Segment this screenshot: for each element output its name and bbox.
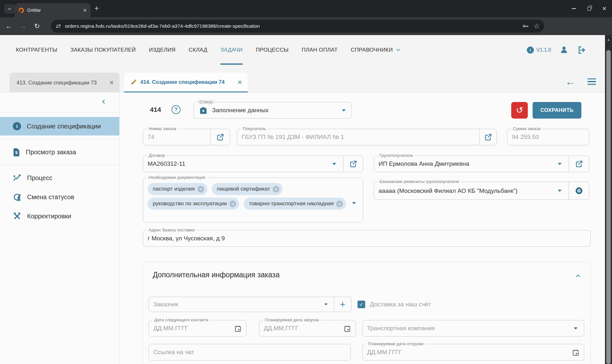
scrollbar-thumb[interactable] [606,50,611,364]
customer-select[interactable]: + [149,297,351,312]
close-icon[interactable]: × [238,78,242,87]
calendar-icon[interactable] [572,349,579,356]
field-label: Покупатель [241,126,268,131]
save-button[interactable]: СОХРАНИТЬ [533,102,581,119]
open-in-new-icon [216,133,225,141]
delivery-checkbox[interactable]: ✓ [358,301,365,308]
chat-link-field[interactable] [149,344,351,360]
calendar-icon[interactable] [343,325,351,332]
version-info[interactable]: i V1.1.0 [527,47,551,54]
nav-item-directories[interactable]: СПРАВОЧНИКИ [351,35,401,65]
chip-delete-icon[interactable]: × [336,200,343,207]
chip-delete-icon[interactable]: × [197,186,204,193]
section-title: Дополнительная информация заказа [153,271,280,279]
dropdown-caret-icon[interactable] [352,202,356,204]
application-window: ОлМаг × + × ← → ↻ orders.regina.fvds.ru/… [0,0,612,364]
back-arrow-icon[interactable]: ← [565,76,575,87]
dropdown-caret-icon[interactable] [332,163,336,165]
launch-date-input[interactable] [259,320,356,336]
launch-date-field[interactable]: Планируемая дата запуска [259,320,356,337]
collapse-section-button[interactable] [575,273,581,280]
sidebar-item-create-specification[interactable]: i Создание спецификации [0,117,119,135]
restore-icon [587,7,591,11]
chip-waybill[interactable]: товарно-транспортная накладная× [244,198,346,210]
chip-food-certificate[interactable]: пищевой сертификат× [212,183,283,195]
delivery-address-input[interactable] [143,230,590,246]
add-customer-button[interactable]: + [334,297,351,312]
password-key-icon[interactable] [522,23,529,30]
chip-passport[interactable]: паспорт изделия× [148,183,207,195]
field-label: Банковские реквизиты грузополучателя [378,179,461,184]
transport-company-select[interactable] [362,320,584,337]
dropdown-caret-icon[interactable] [574,327,578,330]
sidebar-item-adjustments[interactable]: Корректировки [0,207,119,226]
calendar-icon[interactable] [234,325,242,332]
reload-icon[interactable]: ↻ [30,22,44,30]
chip-delete-icon[interactable]: × [273,186,279,193]
chip-delete-icon[interactable]: × [229,200,236,207]
browser-tab[interactable]: ОлМаг × [15,3,91,17]
address-bar[interactable]: orders.regina.fvds.ru/tasks/019ce26d-af3… [51,20,544,33]
page-tab-414[interactable]: 414. Создание спецификации 74 × [124,73,248,92]
consignee-select[interactable]: Грузополучатель ИП Ермолова Анна Дмитрие… [374,156,589,172]
chip-manual[interactable]: руководство по эксплуатации× [148,198,239,210]
page-scrollbar[interactable]: ▲ [605,35,612,364]
sidebar-item-process[interactable]: Процесс [0,168,119,187]
forward-icon[interactable]: → [16,22,30,30]
nav-item-warehouse[interactable]: СКЛАД [189,35,208,65]
order-sum-input[interactable] [507,129,589,145]
sidebar-collapse-button[interactable] [101,99,107,106]
close-button[interactable]: × [597,0,612,17]
sidebar-item-status-change[interactable]: Смена статусов [0,187,119,207]
contract-open-button[interactable] [343,156,363,172]
dropdown-caret-icon[interactable] [324,303,328,305]
dropdown-caret-icon[interactable] [558,163,562,165]
nav-item-orders[interactable]: ЗАКАЗЫ ПОКУПАТЕЛЕЙ [70,35,136,65]
shipping-date-field[interactable]: Планируемая дата отгрузки [362,344,584,360]
site-settings-icon[interactable] [55,23,61,29]
help-icon[interactable]: ? [172,105,181,114]
sidebar-divider [0,113,119,113]
tab-search-button[interactable] [4,4,15,14]
order-number-input[interactable] [143,129,210,145]
documentation-multiselect[interactable]: Необходимая документация паспорт изделия… [143,178,363,222]
menu-hamburger-icon[interactable] [587,78,596,85]
bank-details-select[interactable]: Банковские реквизиты грузополучателя ааа… [374,182,589,200]
window-controls: × [566,0,612,17]
consignee-open-button[interactable] [569,156,589,172]
customer-input[interactable] [149,297,324,312]
bookmark-star-icon[interactable]: ☆ [534,22,540,30]
buyer-open-button[interactable] [479,129,497,145]
back-icon[interactable]: ← [2,22,16,30]
chat-link-input[interactable] [149,344,350,360]
nav-item-tasks[interactable]: ЗАДАЧИ [220,35,243,65]
reset-button[interactable]: ↺ [511,102,528,119]
status-select[interactable]: Статус Заполнение данных [194,102,352,119]
nav-item-payment-plan[interactable]: ПЛАН ОПЛАТ [302,35,338,65]
shipping-date-input[interactable] [363,344,584,360]
delivery-address-field[interactable]: Адрес базиса поставки [143,230,591,247]
nav-item-processes[interactable]: ПРОЦЕССЫ [256,35,289,65]
page-tab-413[interactable]: 413. Создание спецификации 73 × [10,73,120,92]
sidebar-item-view-order[interactable]: $ Просмотр заказа [0,139,119,165]
bank-details-view-button[interactable] [569,182,589,200]
logout-icon[interactable] [577,45,586,55]
user-icon[interactable] [559,45,569,55]
new-tab-button[interactable]: + [94,4,99,13]
scroll-up-arrow[interactable]: ▲ [605,38,612,41]
contract-select[interactable]: Договор МА260312-11 [143,156,363,172]
order-open-button[interactable] [210,129,230,145]
next-contact-date-field[interactable]: Дата следующего контакта [149,320,247,337]
next-contact-date-input[interactable] [149,320,246,336]
restore-button[interactable] [581,0,597,17]
dropdown-caret-icon[interactable] [342,109,346,112]
buyer-input[interactable] [237,129,479,145]
version-label: V1.1.0 [536,47,551,53]
nav-item-contragents[interactable]: КОНТРАГЕНТЫ [16,35,57,65]
dropdown-caret-icon[interactable] [558,190,562,192]
minimize-button[interactable] [566,0,581,17]
tab-close-icon[interactable]: × [83,7,87,13]
close-icon[interactable]: × [109,78,114,87]
nav-item-products[interactable]: ИЗДЕЛИЯ [149,35,176,65]
transport-company-input[interactable] [363,320,574,336]
